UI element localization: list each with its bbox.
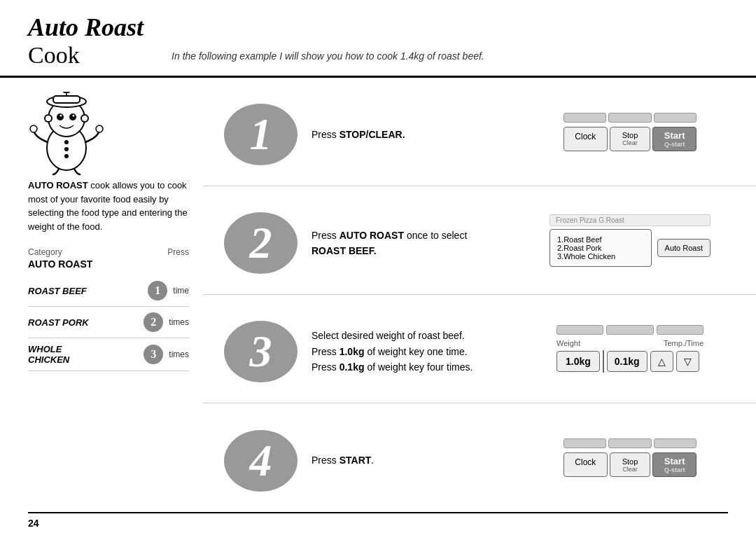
- step-3-text: Select desired weight of roast beef. Pre…: [312, 328, 490, 375]
- step-2-panel: Frozen Pizza G.Roast 1.Roast Beef 2.Roas…: [504, 186, 756, 294]
- temp-time-label: Temp./Time: [664, 339, 704, 347]
- step-3-01kg: 0.1kg: [340, 361, 365, 373]
- step-1-left: 1 Press STOP/CLEAR.: [203, 78, 504, 186]
- step-3-oval: 3: [224, 321, 298, 382]
- menu-item-roast-beef: 1.Roast Beef: [557, 235, 644, 244]
- step-1-panel: Clock Stop Clear Start Q-start: [504, 78, 756, 186]
- panel-top-bar: [564, 113, 606, 123]
- svg-point-10: [45, 115, 52, 122]
- step-2-row: 2 Press AUTO ROAST once to select ROAST …: [203, 186, 756, 295]
- step-1-oval: 1: [224, 104, 298, 165]
- start-button[interactable]: Start Q-start: [652, 127, 696, 151]
- start-button-4[interactable]: Start Q-start: [652, 452, 696, 477]
- stop-clear-button-4[interactable]: Stop Clear: [610, 452, 651, 477]
- roast-beef-label: ROAST BEEF: [28, 286, 87, 296]
- page-number: 24: [28, 518, 39, 529]
- svg-point-12: [30, 125, 37, 132]
- clock-button[interactable]: Clock: [564, 127, 608, 151]
- whole-chicken-unit: times: [169, 349, 189, 359]
- cat-row-roast-pork: ROAST PORK 2 times: [28, 307, 189, 338]
- svg-point-16: [64, 154, 69, 158]
- clock-button-4[interactable]: Clock: [564, 452, 608, 477]
- step-4-row: 4 Press START. Clock: [203, 403, 756, 512]
- cat-row-roast-beef: ROAST BEEF 1 time: [28, 275, 189, 307]
- menu-item-whole-chicken: 3.Whole Chicken: [557, 252, 644, 261]
- step-4-oval: 4: [224, 430, 298, 492]
- page-title-block: Auto Roast Cook: [28, 13, 144, 69]
- auto-roast-category-title: AUTO ROAST: [28, 258, 189, 270]
- svg-point-9: [73, 115, 75, 117]
- step-num-2: 2: [144, 312, 163, 332]
- step-num-3: 3: [144, 345, 163, 364]
- step-num-1: 1: [148, 281, 167, 300]
- mascot-icon: [28, 92, 105, 176]
- svg-point-8: [60, 115, 62, 117]
- svg-point-15: [64, 147, 69, 151]
- header-subtitle: In the following example I will show you…: [172, 50, 484, 69]
- step-4-left: 4 Press START.: [203, 403, 504, 512]
- bottom-border: [28, 512, 728, 513]
- whole-chicken-label: WHOLECHICKEN: [28, 344, 69, 365]
- up-arrow-button[interactable]: △: [650, 351, 673, 372]
- roast-pork-unit: times: [169, 317, 189, 327]
- svg-point-11: [81, 115, 88, 122]
- main-content: AUTO ROAST cook allows you to cook most …: [0, 78, 756, 512]
- microwave-panel-4: Clock Stop Clear Start Q-start: [564, 438, 696, 477]
- weight-divider: [603, 350, 604, 373]
- step-2-oval: 2: [224, 212, 298, 274]
- step-1-instruction: STOP/CLEAR.: [340, 129, 405, 140]
- step-1-row: 1 Press STOP/CLEAR.: [203, 78, 756, 186]
- step-1-text: Press STOP/CLEAR.: [312, 127, 490, 142]
- step-3-left: 3 Select desired weight of roast beef. P…: [203, 295, 504, 403]
- step-4-panel: Clock Stop Clear Start Q-start: [504, 403, 756, 512]
- microwave-panel-3: Weight Temp./Time 1.0kg 0.1kg △ ▽: [556, 325, 704, 373]
- menu-item-roast-pork: 2.Roast Pork: [557, 244, 644, 252]
- roast-beef-unit: time: [173, 286, 189, 296]
- page-header: Auto Roast Cook In the following example…: [0, 0, 756, 78]
- cat-row-whole-chicken: WHOLECHICKEN 3 times: [28, 338, 189, 371]
- menu-top-hint: Frozen Pizza G.Roast: [550, 214, 710, 226]
- weight-label: Weight: [556, 339, 580, 347]
- roast-menu-list: 1.Roast Beef 2.Roast Pork 3.Whole Chicke…: [550, 229, 652, 267]
- title-auto-roast: Auto Roast: [28, 13, 144, 42]
- title-cook: Cook: [28, 42, 144, 69]
- svg-point-5: [63, 92, 70, 93]
- left-panel: AUTO ROAST cook allows you to cook most …: [0, 78, 203, 512]
- step-3-row: 3 Select desired weight of roast beef. P…: [203, 295, 756, 403]
- svg-point-14: [64, 140, 69, 144]
- category-header-label: Category: [28, 247, 62, 257]
- svg-point-6: [57, 113, 64, 120]
- auto-roast-button[interactable]: Auto Roast: [657, 239, 710, 257]
- auto-roast-label: AUTO ROAST: [28, 180, 88, 191]
- svg-point-7: [69, 113, 76, 120]
- cat-header: Category Press: [28, 247, 189, 257]
- step-2-roast-beef: ROAST BEEF.: [312, 245, 377, 256]
- svg-rect-3: [53, 96, 80, 103]
- svg-point-13: [96, 125, 103, 132]
- weight-1kg-display: 1.0kg: [556, 351, 600, 372]
- step-3-panel: Weight Temp./Time 1.0kg 0.1kg △ ▽: [504, 295, 756, 403]
- left-description: AUTO ROAST cook allows you to cook most …: [28, 179, 189, 233]
- roast-pork-label: ROAST PORK: [28, 317, 89, 328]
- category-table: Category Press AUTO ROAST ROAST BEEF 1 t…: [28, 247, 189, 371]
- step-4-text: Press START.: [312, 452, 490, 468]
- press-header-label: Press: [167, 247, 189, 257]
- steps-panel: 1 Press STOP/CLEAR.: [203, 78, 756, 512]
- step-2-auto-roast: AUTO ROAST: [340, 230, 404, 241]
- microwave-panel-1: Clock Stop Clear Start Q-start: [564, 113, 696, 151]
- step-4-start: START: [340, 455, 372, 466]
- step-3-1kg: 1.0kg: [340, 346, 365, 357]
- stop-clear-button[interactable]: Stop Clear: [610, 127, 651, 151]
- step-2-left: 2 Press AUTO ROAST once to select ROAST …: [203, 186, 504, 294]
- weight-01kg-display: 0.1kg: [607, 351, 648, 372]
- down-arrow-button[interactable]: ▽: [676, 351, 699, 372]
- microwave-panel-2: Frozen Pizza G.Roast 1.Roast Beef 2.Roas…: [550, 214, 710, 267]
- step-2-text: Press AUTO ROAST once to select ROAST BE…: [312, 228, 490, 259]
